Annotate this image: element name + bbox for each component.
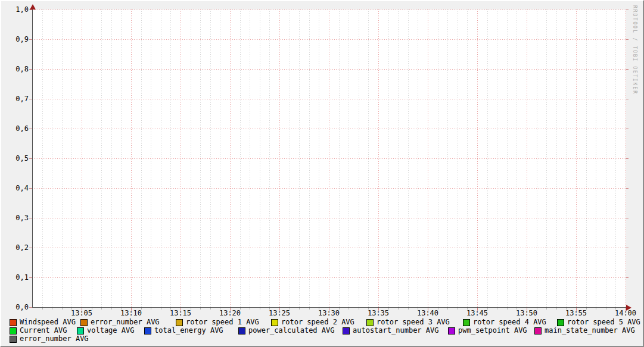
x-tick-minor	[101, 308, 102, 310]
y-axis-arrow-icon	[30, 4, 36, 10]
x-tick-minor	[210, 308, 211, 310]
y-tick-label: 0,3	[1, 214, 29, 222]
legend-label: voltage AVG	[87, 327, 134, 335]
y-tick-right	[626, 218, 629, 218]
x-tick-minor	[507, 308, 508, 310]
x-tick-minor	[408, 308, 409, 310]
x-tick-minor	[250, 308, 250, 310]
x-tick-label: 13:15	[167, 309, 194, 317]
grid-line-horizontal-major	[32, 158, 626, 159]
legend-label: error_number AVG	[20, 335, 89, 343]
x-tick-label: 13:55	[563, 309, 589, 317]
x-tick-minor	[111, 308, 112, 310]
x-tick-label: 13:25	[266, 309, 293, 317]
x-tick-minor	[606, 308, 606, 310]
x-tick-minor	[546, 308, 547, 310]
legend-swatch	[238, 327, 245, 335]
y-tick-right	[626, 129, 629, 129]
legend-swatch	[10, 319, 17, 326]
legend-swatch	[448, 327, 455, 335]
x-tick-minor	[52, 308, 52, 310]
legend-swatch	[10, 336, 17, 343]
legend-swatch	[176, 319, 183, 326]
legend-label: pwm_setpoint AVG	[458, 327, 527, 335]
y-tick-label: 0,1	[1, 273, 29, 282]
x-tick-label: 14:00	[612, 309, 639, 317]
x-tick-minor	[42, 308, 43, 310]
x-tick-minor	[299, 308, 300, 310]
y-tick-right	[626, 39, 629, 40]
legend-label: Windspeed AVG	[20, 318, 76, 326]
y-tick-label: 0,6	[1, 124, 29, 133]
legend-swatch	[557, 319, 564, 326]
grid-line-horizontal-major	[32, 69, 626, 70]
legend-swatch	[343, 327, 350, 335]
legend-label: autostart_number AVG	[353, 327, 439, 335]
legend-label: rotor speed 2 AVG	[281, 318, 354, 326]
x-tick-label: 13:50	[514, 309, 540, 317]
legend-label: rotor speed 3 AVG	[377, 318, 450, 326]
x-tick-minor	[151, 308, 151, 310]
rrdtool-graph: 13:0513:1013:1513:2013:2513:3013:3513:40…	[0, 0, 644, 347]
grid-line-horizontal-major	[32, 248, 626, 248]
legend-label: power_calculated AVG	[248, 327, 335, 335]
legend-label: Current AVG	[20, 327, 67, 335]
x-tick-minor	[200, 308, 201, 310]
legend-label: main_state_number AVG	[545, 327, 635, 335]
y-tick-right	[626, 248, 629, 248]
x-tick-label: 13:30	[316, 309, 342, 317]
x-tick-label: 13:05	[69, 309, 95, 317]
x-tick-minor	[161, 308, 161, 310]
grid-line-horizontal-major	[32, 188, 626, 189]
legend-swatch	[366, 319, 374, 326]
legend-label: rotor speed 4 AVG	[473, 318, 546, 326]
legend-swatch	[10, 327, 17, 335]
grid-line-horizontal-major	[32, 39, 626, 40]
x-tick-minor	[349, 308, 349, 310]
grid-line-horizontal-major	[32, 218, 626, 218]
y-tick-label: 0,0	[1, 303, 29, 311]
x-tick-label: 13:20	[217, 309, 243, 317]
legend-swatch	[271, 319, 278, 326]
grid-line-horizontal-major	[32, 99, 626, 99]
y-tick-label: 1,0	[1, 5, 29, 14]
y-tick-right	[626, 69, 629, 70]
y-tick-label: 0,2	[1, 243, 29, 252]
legend-label: rotor speed 5 AVG	[567, 318, 640, 326]
y-tick-label: 0,5	[1, 154, 29, 162]
grid-line-horizontal-major	[32, 277, 626, 278]
y-tick-right	[626, 277, 629, 278]
grid-line-horizontal-major	[32, 129, 626, 129]
x-tick-label: 13:45	[464, 309, 490, 317]
x-tick-minor	[447, 308, 448, 310]
y-tick-right	[626, 99, 629, 99]
x-tick-minor	[596, 308, 596, 310]
x-axis-line	[32, 307, 629, 308]
x-tick-minor	[359, 308, 359, 310]
x-tick-minor	[556, 308, 557, 310]
x-tick-label: 13:10	[118, 309, 144, 317]
legend-label: error_number AVG	[91, 318, 160, 326]
x-tick-minor	[62, 308, 63, 310]
x-tick-minor	[260, 308, 260, 310]
x-tick-label: 13:35	[365, 309, 391, 317]
y-axis-line	[32, 6, 33, 308]
y-tick-label: 0,4	[1, 184, 29, 192]
legend-swatch	[144, 327, 151, 335]
legend-swatch	[534, 327, 542, 335]
legend-label: rotor speed 1 AVG	[186, 318, 259, 326]
y-tick-right	[626, 158, 629, 159]
x-tick-minor	[497, 308, 497, 310]
y-tick-label: 0,9	[1, 35, 29, 43]
y-tick-right	[626, 188, 629, 189]
grid-line-horizontal-major	[32, 10, 626, 10]
legend-swatch	[463, 319, 470, 326]
legend-swatch	[80, 319, 88, 326]
legend-swatch	[77, 327, 84, 335]
y-tick-label: 0,7	[1, 95, 29, 103]
y-tick-label: 0,8	[1, 65, 29, 73]
x-tick-minor	[458, 308, 458, 310]
x-tick-minor	[398, 308, 399, 310]
y-tick-right	[626, 10, 629, 10]
legend-label: total_energy AVG	[154, 327, 223, 335]
